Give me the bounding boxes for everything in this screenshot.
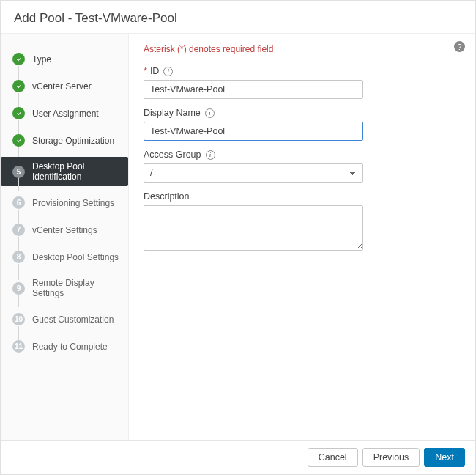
display-name-input[interactable] [144, 122, 363, 141]
wizard-step-1[interactable]: Type [1, 48, 128, 70]
step-label: Guest Customization [32, 314, 114, 325]
wizard-step-9[interactable]: 9Remote Display Settings [1, 273, 128, 303]
wizard-step-3[interactable]: User Assignment [1, 103, 128, 124]
description-label-text: Description [144, 191, 190, 202]
wizard-step-11[interactable]: 11Ready to Complete [1, 336, 128, 357]
step-label: Storage Optimization [32, 136, 114, 146]
id-label: * ID i [144, 66, 461, 76]
dialog-header: Add Pool - Test-VMware-Pool [1, 1, 475, 34]
step-label: Remote Display Settings [32, 278, 121, 298]
description-label: Description [144, 191, 461, 202]
id-label-text: ID [150, 66, 160, 76]
access-group-label-text: Access Group [144, 150, 201, 160]
wizard-step-4[interactable]: Storage Optimization [1, 130, 128, 151]
help-icon[interactable]: ? [454, 41, 465, 52]
wizard-step-7[interactable]: 7vCenter Settings [1, 219, 128, 240]
step-label: Type [32, 54, 51, 65]
id-row: * ID i [144, 66, 461, 99]
wizard-sidebar: TypevCenter ServerUser AssignmentStorage… [1, 34, 129, 440]
dialog-content: TypevCenter ServerUser AssignmentStorage… [1, 34, 475, 440]
step-number-badge: 9 [12, 282, 25, 295]
page-title: Add Pool - Test-VMware-Pool [14, 11, 462, 26]
display-name-label: Display Name i [144, 108, 461, 118]
info-icon[interactable]: i [163, 67, 173, 76]
access-group-label: Access Group i [144, 150, 461, 160]
step-number-badge: 10 [12, 313, 25, 325]
id-input[interactable] [144, 80, 363, 99]
step-number-badge: 8 [12, 251, 25, 263]
description-row: Description [144, 191, 461, 253]
check-icon [12, 53, 25, 65]
step-label: Ready to Complete [32, 342, 108, 352]
required-star: * [144, 66, 147, 76]
step-label: vCenter Settings [32, 225, 97, 235]
check-icon [12, 107, 25, 119]
form-panel: ? Asterisk (*) denotes required field * … [129, 34, 475, 440]
step-number-badge: 5 [12, 166, 25, 178]
step-label: Desktop Pool Identification [32, 161, 121, 182]
wizard-step-6[interactable]: 6Provisioning Settings [1, 192, 128, 213]
description-textarea[interactable] [144, 205, 363, 251]
cancel-button[interactable]: Cancel [308, 448, 358, 467]
check-icon [12, 80, 25, 92]
step-label: User Assignment [32, 108, 99, 119]
wizard-step-5[interactable]: 5Desktop Pool Identification [1, 157, 128, 186]
info-icon[interactable]: i [206, 150, 215, 160]
previous-button[interactable]: Previous [362, 448, 420, 467]
step-label: Desktop Pool Settings [32, 252, 119, 262]
step-label: Provisioning Settings [32, 198, 114, 208]
step-label: vCenter Server [32, 81, 92, 92]
wizard-step-8[interactable]: 8Desktop Pool Settings [1, 246, 128, 268]
check-icon [12, 134, 25, 147]
access-group-select[interactable]: / [144, 163, 363, 183]
wizard-step-10[interactable]: 10Guest Customization [1, 309, 128, 330]
display-name-row: Display Name i [144, 108, 461, 141]
next-button[interactable]: Next [424, 448, 465, 467]
access-group-row: Access Group i / [144, 150, 461, 183]
wizard-step-2[interactable]: vCenter Server [1, 76, 128, 97]
dialog-footer: Cancel Previous Next [1, 440, 475, 474]
step-number-badge: 7 [12, 224, 25, 236]
required-field-note: Asterisk (*) denotes required field [144, 44, 461, 54]
step-number-badge: 6 [12, 196, 25, 209]
info-icon[interactable]: i [205, 108, 215, 118]
step-number-badge: 11 [12, 340, 25, 353]
display-name-label-text: Display Name [144, 108, 201, 118]
